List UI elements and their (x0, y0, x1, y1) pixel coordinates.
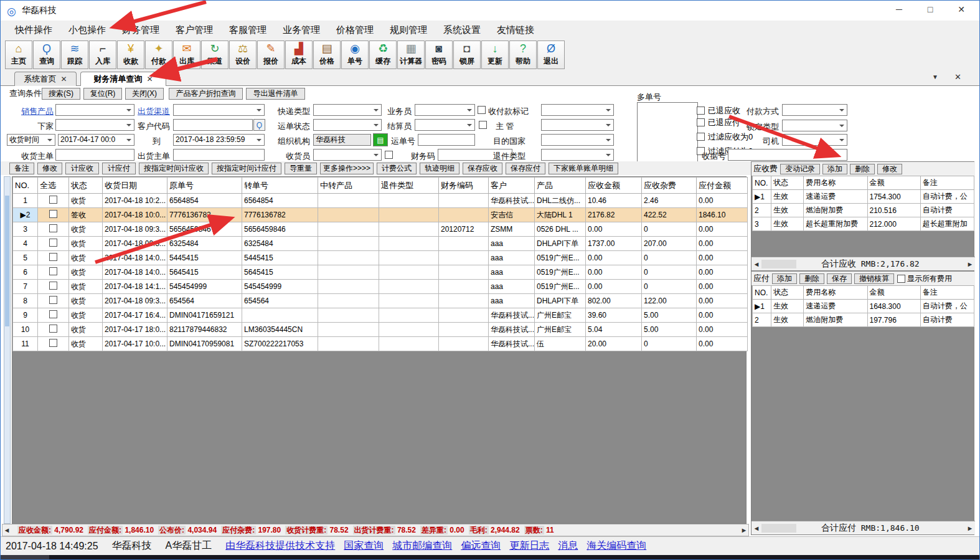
show-all-fees-checkbox[interactable] (897, 275, 905, 283)
home-button[interactable]: ⌂主页 (5, 40, 32, 69)
column-header[interactable]: NO. (753, 286, 771, 300)
column-header[interactable]: 收货日期 (103, 178, 167, 194)
multi-no-textarea[interactable] (637, 102, 698, 162)
pay-mark-checkbox[interactable] (478, 106, 486, 114)
status-link-5[interactable]: 消息 (558, 539, 578, 553)
receiver-checkbox[interactable] (385, 151, 393, 159)
vertical-scrollbar[interactable] (4, 176, 11, 524)
table-row[interactable]: 4收货2017-04-18 09:3...63254846325484aaaDH… (13, 237, 748, 251)
query-button[interactable]: Ϙ查询 (33, 40, 60, 69)
menu-item-4[interactable]: 客服管理 (221, 21, 275, 39)
menu-item-6[interactable]: 价格管理 (328, 21, 382, 39)
column-header[interactable]: 费用名称 (804, 286, 867, 300)
pay-button[interactable]: ✦付款 (145, 40, 172, 69)
column-header[interactable]: NO. (753, 176, 771, 190)
table-row[interactable]: 1收货2017-04-18 10:2...65648546564854华磊科技试… (13, 194, 748, 208)
row-checkbox[interactable] (49, 325, 57, 333)
collect-button[interactable]: ¥收款 (117, 40, 144, 69)
row-checkbox[interactable] (49, 196, 57, 204)
supervisor-checkbox[interactable] (479, 121, 487, 129)
status-link-3[interactable]: 偏远查询 (461, 539, 501, 553)
settler-select[interactable] (415, 119, 475, 131)
driver-select[interactable] (782, 134, 847, 146)
set-price-button[interactable]: ⚖设价 (229, 40, 257, 69)
table-row[interactable]: 9收货2017-04-17 16:4...DMIN04171659121华磊科技… (13, 308, 748, 323)
receive-main-input[interactable] (55, 149, 134, 161)
action-button-11[interactable]: 保存应付 (506, 163, 545, 174)
action-button-3[interactable]: 计应付 (102, 163, 136, 174)
waybill-status-select[interactable] (313, 119, 382, 131)
table-row[interactable]: 7收货2017-04-18 14:1...545454999545454999a… (13, 280, 748, 294)
action-button-2[interactable]: 计应收 (65, 163, 99, 174)
row-checkbox[interactable] (49, 224, 57, 232)
status-link-1[interactable]: 国家查询 (344, 539, 384, 553)
action-button-12[interactable]: 下家账单账单明细 (549, 163, 618, 174)
column-header[interactable]: 金额 (867, 286, 920, 300)
menu-item-0[interactable]: 快件操作 (7, 21, 60, 39)
date-from-select[interactable]: 2017-04-17 00:0 (58, 134, 134, 146)
waybill-no-input[interactable] (418, 134, 475, 146)
pay-mark-select[interactable] (541, 104, 614, 116)
fee-row[interactable]: 3生效超长超重附加费212.000超长超重附加 (753, 217, 974, 231)
column-header[interactable]: 费用名称 (804, 176, 867, 190)
payable-button-2[interactable]: 保存 (827, 273, 852, 284)
action-button-7[interactable]: 更多操作>>>> (320, 163, 374, 174)
sales-product-link[interactable]: 销售产品 (21, 107, 54, 116)
recv-scrollbar[interactable] (761, 260, 796, 268)
menu-item-9[interactable]: 友情链接 (489, 21, 542, 39)
action-button-4[interactable]: 按指定时间计应收 (139, 163, 209, 174)
query-button-0[interactable]: 搜索(S) (42, 88, 80, 100)
menu-item-5[interactable]: 业务管理 (275, 21, 328, 39)
table-row[interactable]: ▶2签收2017-04-18 10:0...777613678277761367… (13, 208, 748, 222)
row-checkbox[interactable] (49, 296, 57, 304)
payable-button-0[interactable]: 添加 (772, 273, 797, 284)
table-row[interactable]: 11收货2017-04-17 10:0...DMIN04170959081SZ7… (13, 337, 748, 351)
row-checkbox[interactable] (49, 253, 57, 261)
update-button[interactable]: ↓更新 (481, 40, 509, 69)
org-field[interactable]: 华磊科技 (313, 134, 371, 146)
receivable-button-1[interactable]: 添加 (822, 164, 847, 174)
column-header[interactable]: 应收杂费 (642, 178, 697, 194)
org-select-button[interactable]: ▤ (373, 133, 388, 146)
filter-checkbox-0[interactable] (697, 107, 705, 115)
query-button-2[interactable]: 关闭(X) (125, 88, 164, 100)
action-button-10[interactable]: 保存应收 (463, 163, 502, 174)
customer-code-input[interactable] (173, 119, 253, 131)
query-button-3[interactable]: 产品客户折扣查询 (169, 88, 243, 100)
ship-channel-select[interactable] (173, 104, 265, 116)
action-button-0[interactable]: 备注 (9, 163, 34, 174)
column-header[interactable]: 状态 (69, 178, 103, 194)
sales-product[interactable]: 销售产品 (7, 105, 54, 117)
column-header[interactable]: 备注 (920, 286, 974, 300)
row-checkbox[interactable] (49, 210, 57, 218)
tab-dropdown-icon[interactable]: ▼ (932, 74, 938, 80)
column-header[interactable]: 产品 (535, 178, 586, 194)
table-row[interactable]: 10收货2017-04-17 18:0...82117879446832LM36… (13, 323, 748, 337)
menu-item-1[interactable]: 小包操作 (60, 21, 114, 39)
downstream-select[interactable] (55, 119, 134, 131)
tracking-no-button[interactable]: ◉单号 (341, 40, 369, 69)
minimize-button[interactable]: ─ (890, 4, 908, 17)
channel-button[interactable]: ↻渠道 (201, 40, 229, 69)
filter-checkbox-1[interactable] (697, 118, 705, 126)
tab-close-icon[interactable]: ✕ (60, 75, 67, 83)
ship-channel[interactable]: 出货渠道 (136, 105, 170, 117)
payable-button-1[interactable]: 删除 (799, 273, 824, 284)
ship-main-input[interactable] (173, 149, 265, 161)
password-button[interactable]: ◙密码 (425, 40, 453, 69)
tab-close-icon[interactable]: ✕ (146, 75, 153, 83)
menu-item-8[interactable]: 系统设置 (435, 21, 489, 39)
fee-row[interactable]: ▶1生效速递运费1648.300自动计费，公 (753, 300, 974, 313)
row-checkbox[interactable] (49, 282, 57, 290)
tab-home[interactable]: 系统首页✕ (14, 72, 77, 86)
column-header[interactable]: 中转产品 (318, 178, 379, 194)
receivable-button-0[interactable]: 变动记录 (780, 164, 820, 174)
receiver-select[interactable] (313, 149, 382, 161)
fee-row[interactable]: ▶1生效速递运费1754.300自动计费，公 (753, 190, 974, 204)
filter-checkbox-2[interactable] (697, 133, 705, 141)
sales-product-select[interactable] (55, 104, 134, 116)
tab-close-icon[interactable]: ✕ (954, 72, 961, 82)
salesman-select[interactable] (415, 104, 475, 116)
scroll-right-icon[interactable]: ► (740, 526, 748, 534)
help-button[interactable]: ?帮助 (509, 40, 537, 69)
